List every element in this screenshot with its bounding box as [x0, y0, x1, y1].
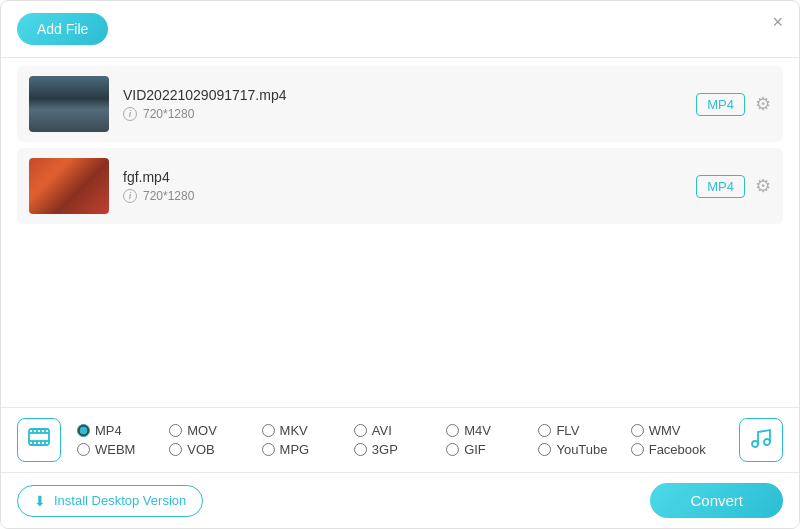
format-option-webm[interactable]: WEBM	[77, 442, 169, 457]
file-actions-2: MP4 ⚙	[696, 175, 771, 198]
format-option-flv[interactable]: FLV	[538, 423, 630, 438]
file-name-2: fgf.mp4	[123, 169, 696, 185]
file-info-2: fgf.mp4 i 720*1280	[123, 169, 696, 203]
header: Add File ×	[1, 1, 799, 58]
close-button[interactable]: ×	[772, 13, 783, 31]
format-option-avi[interactable]: AVI	[354, 423, 446, 438]
format-option-mpg[interactable]: MPG	[262, 442, 354, 457]
file-meta-2: i 720*1280	[123, 189, 696, 203]
format-option-mp4[interactable]: MP4	[77, 423, 169, 438]
file-info-1: VID20221029091717.mp4 i 720*1280	[123, 87, 696, 121]
file-item-2: fgf.mp4 i 720*1280 MP4 ⚙	[17, 148, 783, 224]
film-icon	[27, 425, 51, 455]
format-option-mov[interactable]: MOV	[169, 423, 261, 438]
file-item-1: VID20221029091717.mp4 i 720*1280 MP4 ⚙	[17, 66, 783, 142]
format-option-facebook[interactable]: Facebook	[631, 442, 723, 457]
audio-format-icon-wrap[interactable]	[739, 418, 783, 462]
install-label: Install Desktop Version	[54, 493, 186, 508]
format-option-mkv[interactable]: MKV	[262, 423, 354, 438]
video-format-icon-wrap[interactable]	[17, 418, 61, 462]
file-resolution-2: 720*1280	[143, 189, 194, 203]
file-list: VID20221029091717.mp4 i 720*1280 MP4 ⚙ f…	[1, 58, 799, 238]
format-options-grid: MP4 MOV MKV AVI M4V FLV WMV WEBM	[77, 423, 723, 457]
file-name-1: VID20221029091717.mp4	[123, 87, 696, 103]
file-thumbnail-1	[29, 76, 109, 132]
install-desktop-button[interactable]: ⬇ Install Desktop Version	[17, 485, 203, 517]
svg-point-11	[752, 441, 758, 447]
format-badge-2[interactable]: MP4	[696, 175, 745, 198]
file-resolution-1: 720*1280	[143, 107, 194, 121]
info-icon-2: i	[123, 189, 137, 203]
format-option-gif[interactable]: GIF	[446, 442, 538, 457]
format-selector: MP4 MOV MKV AVI M4V FLV WMV WEBM	[1, 407, 799, 473]
info-icon-1: i	[123, 107, 137, 121]
add-file-button[interactable]: Add File	[17, 13, 108, 45]
format-badge-1[interactable]: MP4	[696, 93, 745, 116]
bottom-panel: MP4 MOV MKV AVI M4V FLV WMV WEBM	[1, 407, 799, 528]
file-thumbnail-2	[29, 158, 109, 214]
svg-point-12	[764, 439, 770, 445]
settings-icon-2[interactable]: ⚙	[755, 175, 771, 197]
format-option-vob[interactable]: VOB	[169, 442, 261, 457]
format-option-wmv[interactable]: WMV	[631, 423, 723, 438]
download-icon: ⬇	[34, 493, 46, 509]
file-actions-1: MP4 ⚙	[696, 93, 771, 116]
footer-bar: ⬇ Install Desktop Version Convert	[1, 473, 799, 528]
format-option-m4v[interactable]: M4V	[446, 423, 538, 438]
settings-icon-1[interactable]: ⚙	[755, 93, 771, 115]
svg-rect-0	[29, 429, 49, 445]
file-meta-1: i 720*1280	[123, 107, 696, 121]
format-option-3gp[interactable]: 3GP	[354, 442, 446, 457]
convert-button[interactable]: Convert	[650, 483, 783, 518]
music-icon	[749, 426, 773, 455]
format-option-youtube[interactable]: YouTube	[538, 442, 630, 457]
